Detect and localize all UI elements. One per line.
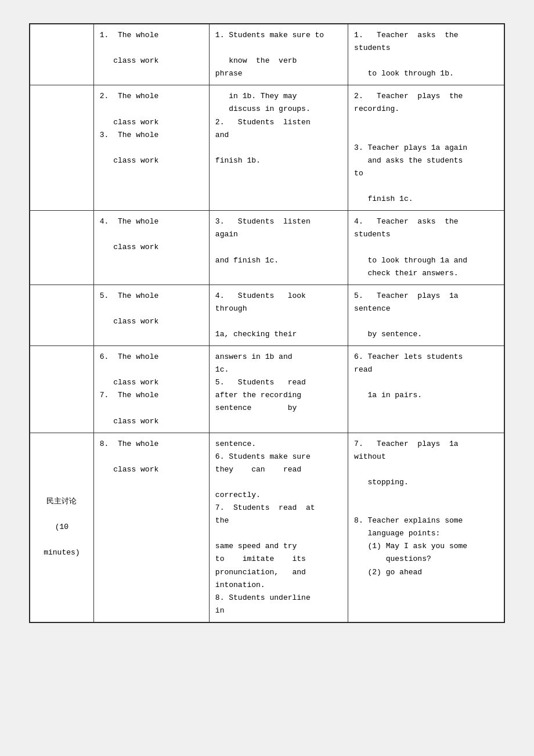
- cell-r0-c2: 1. Students make sure to know the verb p…: [209, 24, 348, 85]
- table-row: 2. The whole class work 3. The whole cla…: [30, 85, 504, 211]
- cell-r1-c2: in 1b. They may discuss in groups. 2. St…: [209, 85, 348, 211]
- cell-text-r4-c3: 6. Teacher lets students read 1a in pair…: [354, 352, 463, 399]
- cell-r4-c1: 6. The whole class work 7. The whole cla…: [93, 346, 209, 433]
- cell-text-r1-c3: 2. Teacher plays the recording. 3. Teach…: [354, 92, 467, 203]
- cell-text-r3-c2: 4. Students look through 1a, checking th…: [215, 291, 306, 339]
- table-row: 6. The whole class work 7. The whole cla…: [30, 346, 504, 433]
- cell-text-r0-c3: 1. Teacher asks the students to look thr…: [354, 31, 458, 78]
- cell-r4-c0: [30, 346, 94, 433]
- lesson-plan-table: 1. The whole class work1. Students make …: [30, 24, 504, 622]
- cell-r5-c3: 7. Teacher plays 1a without stopping. 8.…: [348, 433, 504, 622]
- cell-r2-c3: 4. Teacher asks the students to look thr…: [348, 211, 504, 285]
- cell-r5-c0: 民主讨论 (10 minutes): [30, 433, 94, 622]
- cell-r3-c0: [30, 285, 94, 345]
- cell-text-r4-c1: 6. The whole class work 7. The whole cla…: [100, 352, 158, 425]
- cell-r0-c1: 1. The whole class work: [93, 24, 209, 85]
- cell-text-r0-c1: 1. The whole class work: [100, 31, 158, 65]
- cell-text-r0-c2: 1. Students make sure to know the verb p…: [215, 31, 324, 78]
- cell-r1-c3: 2. Teacher plays the recording. 3. Teach…: [348, 85, 504, 211]
- table-row: 4. The whole class work3. Students liste…: [30, 211, 504, 285]
- cell-r0-c0: [30, 24, 94, 85]
- cell-r4-c3: 6. Teacher lets students read 1a in pair…: [348, 346, 504, 433]
- table-row: 1. The whole class work1. Students make …: [30, 24, 504, 85]
- cell-text-r3-c3: 5. Teacher plays 1a sentence by sentence…: [354, 291, 458, 339]
- cell-r3-c2: 4. Students look through 1a, checking th…: [209, 285, 348, 345]
- cell-text-r4-c2: answers in 1b and 1c. 5. Students read a…: [215, 352, 306, 412]
- cell-r2-c1: 4. The whole class work: [93, 211, 209, 285]
- cell-r4-c2: answers in 1b and 1c. 5. Students read a…: [209, 346, 348, 433]
- cell-text-r2-c3: 4. Teacher asks the students to look thr…: [354, 217, 467, 277]
- cell-r1-c1: 2. The whole class work 3. The whole cla…: [93, 85, 209, 211]
- cell-r5-c2: sentence. 6. Students make sure they can…: [209, 433, 348, 622]
- cell-text-r5-c2: sentence. 6. Students make sure they can…: [215, 440, 315, 615]
- cell-r0-c3: 1. Teacher asks the students to look thr…: [348, 24, 504, 85]
- cell-r1-c0: [30, 85, 94, 211]
- table-row: 5. The whole class work4. Students look …: [30, 285, 504, 345]
- cell-r2-c2: 3. Students listen again and finish 1c.: [209, 211, 348, 285]
- table-row: 民主讨论 (10 minutes)8. The whole class work…: [30, 433, 504, 622]
- cell-r5-c1: 8. The whole class work: [93, 433, 209, 622]
- cell-text-r1-c2: in 1b. They may discuss in groups. 2. St…: [215, 92, 311, 164]
- document-page: 1. The whole class work1. Students make …: [29, 23, 505, 623]
- cell-text-r2-c1: 4. The whole class work: [100, 217, 158, 251]
- cell-r3-c3: 5. Teacher plays 1a sentence by sentence…: [348, 285, 504, 345]
- cell-text-r1-c1: 2. The whole class work 3. The whole cla…: [100, 92, 158, 164]
- cell-r3-c1: 5. The whole class work: [93, 285, 209, 345]
- cell-text-r3-c1: 5. The whole class work: [100, 291, 158, 326]
- cell-text-r2-c2: 3. Students listen again and finish 1c.: [215, 217, 311, 264]
- cell-text-r5-c1: 8. The whole class work: [100, 440, 158, 474]
- cell-r2-c0: [30, 211, 94, 285]
- cell-text-r5-c0: 民主讨论 (10 minutes): [44, 497, 80, 557]
- cell-text-r5-c3: 7. Teacher plays 1a without stopping. 8.…: [354, 440, 467, 577]
